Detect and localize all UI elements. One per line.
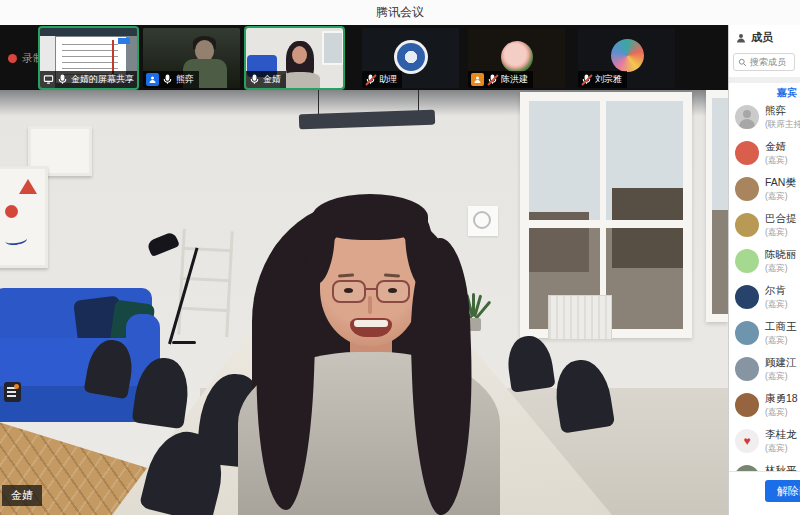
avatar: ♥: [735, 429, 759, 453]
avatar: [735, 357, 759, 381]
floor-lamp-shade: [146, 231, 180, 257]
mic-icon: [57, 74, 68, 85]
art-squiggle: [4, 234, 27, 247]
ladder-shelf: [173, 229, 238, 338]
person-teeth: [354, 320, 388, 327]
mic-icon: [249, 74, 260, 85]
art-circle: [5, 205, 18, 218]
thumbnail-participant-1[interactable]: 熊弈: [143, 28, 240, 88]
avatar: [735, 393, 759, 417]
main-video[interactable]: 金婧: [0, 90, 728, 515]
member-row[interactable]: 康勇18 (嘉宾): [729, 389, 800, 425]
search-icon: [738, 58, 747, 67]
thumbnail-label: 熊弈: [143, 71, 199, 88]
pendant-cord: [318, 90, 319, 116]
thumbnail-participant-3[interactable]: 助理: [362, 28, 459, 88]
members-panel: 成员 搜索成员 嘉宾 熊弈 (联席主持人) 金婧 (嘉宾) FAN樊 (嘉宾: [728, 25, 800, 515]
radiator: [548, 295, 612, 340]
screen-share-icon: [43, 74, 54, 85]
mic-icon: [162, 74, 173, 85]
wall-art-frame: [0, 166, 48, 268]
member-row[interactable]: ♥ 李桂龙 (嘉宾): [729, 425, 800, 461]
mic-muted-icon: [365, 74, 376, 85]
speaker-name-label: 金婧: [2, 485, 42, 506]
recording-dot-icon: [8, 54, 17, 63]
title-bar: 腾讯会议: [0, 0, 800, 26]
mic-muted-icon: [487, 74, 498, 85]
thumbnail-participant-2[interactable]: 金婧: [246, 28, 343, 88]
thumbnail-participant-4[interactable]: 陈洪建: [468, 28, 565, 88]
avatar: [735, 249, 759, 273]
chair: [551, 356, 615, 434]
member-row[interactable]: 顾建江 (嘉宾): [729, 353, 800, 389]
avatar: [735, 285, 759, 309]
floor-lamp-base: [172, 341, 196, 344]
thumbnail-label: 陈洪建: [468, 71, 533, 88]
member-row[interactable]: 熊弈 (联席主持人): [729, 101, 800, 137]
meeting-window: 腾讯会议 录制中 金婧的屏幕共享: [0, 0, 800, 515]
thumbnail-label: 刘宗雅: [578, 71, 627, 88]
member-row[interactable]: FAN樊 (嘉宾): [729, 173, 800, 209]
avatar: [735, 177, 759, 201]
avatar: [735, 105, 759, 129]
thumbnail-screen-share[interactable]: 金婧的屏幕共享: [40, 28, 137, 88]
avatar: [735, 321, 759, 345]
member-row[interactable]: 金婧 (嘉宾): [729, 137, 800, 173]
members-header-label: 成员: [751, 30, 773, 45]
thumbnail-label: 金婧: [246, 71, 286, 88]
members-icon: [735, 32, 747, 44]
member-row[interactable]: 巴合提 (嘉宾): [729, 209, 800, 245]
glasses-bridge: [364, 288, 378, 290]
thumbnail-label: 金婧的屏幕共享: [40, 71, 137, 88]
thumbnail-label: 助理: [362, 71, 402, 88]
tab-guest[interactable]: 嘉宾: [777, 86, 797, 100]
member-row[interactable]: 尔肯 (嘉宾): [729, 281, 800, 317]
person-nose: [368, 296, 372, 314]
members-header: 成员: [735, 30, 773, 45]
app-title: 腾讯会议: [0, 0, 800, 25]
search-input[interactable]: 搜索成员: [733, 53, 795, 71]
search-placeholder: 搜索成员: [750, 56, 786, 69]
unmute-all-button[interactable]: 解除静音: [765, 480, 800, 502]
art-triangle: [19, 179, 37, 194]
chair: [504, 333, 555, 393]
mic-muted-icon: [581, 74, 592, 85]
member-row[interactable]: 工商王 (嘉宾): [729, 317, 800, 353]
panel-divider: [729, 77, 800, 83]
avatar: [735, 213, 759, 237]
window-partial: [706, 90, 728, 322]
person-icon: [471, 73, 484, 86]
floating-menu-icon[interactable]: [4, 382, 21, 402]
filmstrip: 录制中 金婧的屏幕共享: [0, 25, 728, 90]
member-row[interactable]: 陈晓丽 (嘉宾): [729, 245, 800, 281]
person-eye: [344, 288, 353, 293]
person-eye: [388, 288, 397, 293]
person-icon: [146, 73, 159, 86]
wall-clock: [468, 206, 498, 236]
avatar: [735, 141, 759, 165]
panel-footer: 解除静音: [729, 471, 800, 515]
thumbnail-participant-5[interactable]: 刘宗雅: [578, 28, 675, 88]
